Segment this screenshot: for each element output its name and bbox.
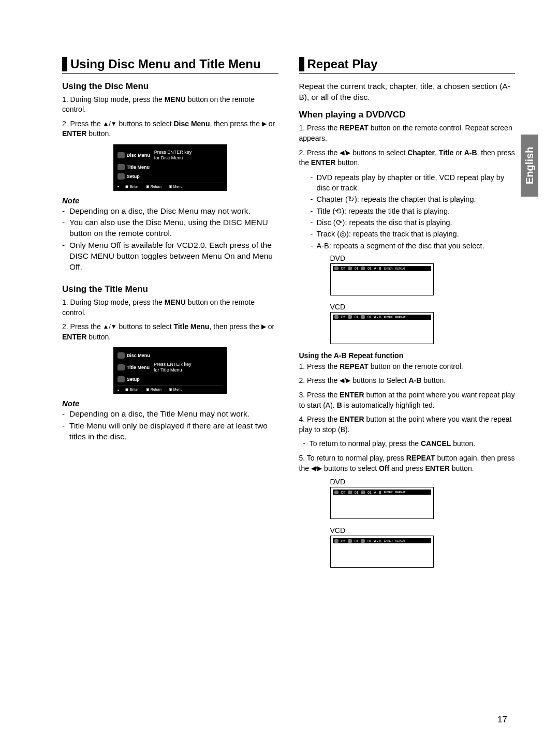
text: A - B: [374, 315, 381, 319]
osd-row: Setup: [117, 173, 223, 180]
repeat-strip-dvd-2: DVD Off 01 01 A - B ENTER REPEAT: [330, 478, 434, 519]
text: 2. Press the: [299, 149, 340, 157]
section-underline: [299, 73, 516, 74]
text: button.: [451, 439, 475, 448]
text-bold: CANCEL: [421, 439, 451, 448]
text-bold: B: [337, 401, 342, 409]
osd-footer: ▪▫▪ ▣ Enter ▣ Return ▣ Menu: [117, 183, 223, 189]
title-step-2: 2. Press the ▲/▼ buttons to select Title…: [62, 322, 278, 342]
text: 1. Press the: [299, 362, 340, 370]
osd-screenshot-disc: Disc Menu Press ENTER key for Disc Menu …: [113, 144, 227, 191]
subheading-ab-repeat: Using the A-B Repeat function: [299, 351, 516, 360]
left-right-icon: ◀/▶: [311, 464, 322, 473]
sub-item: Title (⟲): repeats the title that is pla…: [311, 206, 516, 216]
osd-row: Setup: [117, 376, 223, 382]
text: buttons to select: [117, 120, 174, 128]
disc-icon: [117, 352, 125, 359]
section-underline: [62, 73, 278, 74]
intro-text: Repeat the current track, chapter, title…: [299, 81, 516, 103]
section-title-disc-title-menu: Using Disc Menu and Title Menu: [62, 57, 278, 71]
text: 01: [367, 491, 371, 494]
text: or: [266, 322, 274, 331]
text: button.: [421, 376, 446, 384]
left-right-icon: ◀/▶: [340, 149, 350, 157]
text: 1. During Stop mode, press the: [62, 298, 165, 306]
text: A - B: [374, 539, 381, 543]
nav-dots-icon: ▪▫▪: [117, 388, 118, 392]
repeat-icon: [334, 315, 339, 319]
title-icon: [117, 364, 125, 370]
osd-item: Title Menu: [127, 165, 150, 170]
section-title-repeat-play: Repeat Play: [299, 57, 516, 71]
sub-item: DVD repeats play by chapter or title, VC…: [311, 172, 516, 194]
text: A - B: [374, 491, 381, 494]
repeat-icon: [334, 491, 339, 494]
strip-box: Off 01 01 A - B ENTER REPEAT: [330, 536, 434, 568]
text: 5. To return to normal play, press: [299, 454, 406, 462]
text: REPEAT: [395, 491, 406, 494]
text: A - B: [374, 266, 381, 270]
text: or: [267, 120, 275, 128]
osd-footer-enter: ▣ Enter: [125, 185, 139, 189]
text: for Title Menu: [154, 367, 182, 373]
text-bold: ENTER: [62, 129, 86, 138]
text: REPEAT: [395, 267, 406, 270]
text: Chapter (: [317, 195, 348, 203]
chapter-icon: [348, 491, 352, 494]
text-bold: REPEAT: [340, 124, 369, 132]
text: or: [453, 149, 464, 157]
text: 01: [355, 266, 358, 270]
text: 2. Press the: [62, 120, 103, 128]
osd-row: Title Menu Press ENTER key for Title Men…: [117, 362, 223, 373]
text-bold: ENTER: [340, 415, 364, 423]
text: ): repeats the track that is playing.: [346, 230, 459, 238]
text: ENTER: [384, 491, 393, 494]
note-item: Title Menu will only be displayed if the…: [62, 421, 278, 442]
two-column-layout: Using Disc Menu and Title Menu Using the…: [62, 57, 515, 575]
text-bold: REPEAT: [340, 362, 369, 370]
text: 4. Press the: [299, 415, 340, 423]
ab-step-1: 1. Press the REPEAT button on the remote…: [299, 362, 516, 372]
text: Press ENTER key: [154, 150, 192, 155]
text: ENTER: [384, 316, 393, 319]
ab-step-4: 4. Press the ENTER button at the point w…: [299, 414, 516, 435]
disc-step-1: 1. During Stop mode, press the MENU butt…: [62, 95, 278, 115]
osd-footer-return: ▣ Return: [146, 185, 161, 189]
note-label: Note: [62, 196, 278, 205]
ab-step-3: 3. Press the ENTER button at the point w…: [299, 390, 516, 410]
osd-footer-menu: ▣ Menu: [169, 185, 182, 189]
text: 2. Press the: [299, 376, 340, 384]
text: 01: [355, 491, 358, 494]
up-down-icon: ▲/▼: [103, 322, 117, 331]
subheading-title-menu: Using the Title Menu: [62, 284, 278, 294]
chapter-icon: [348, 266, 352, 270]
disc-icon: [361, 539, 365, 543]
osd-footer-return: ▣ Return: [146, 388, 161, 392]
text: Title (: [317, 207, 335, 215]
text-bold: ENTER: [340, 391, 364, 399]
text: 01: [367, 539, 371, 543]
gear-icon: [117, 376, 125, 382]
track-repeat-icon: ◎: [340, 230, 346, 238]
sub-item: Chapter (↻): repeats the chapter that is…: [311, 194, 516, 204]
track-icon: [348, 315, 352, 319]
note-item: Only Menu Off is available for VCD2.0. E…: [62, 240, 278, 273]
sub-item: Track (◎): repeats the track that is pla…: [311, 229, 516, 239]
osd-row: Title Menu: [117, 164, 223, 170]
text-bold: Chapter: [407, 149, 435, 157]
text-bold: Title: [439, 149, 454, 157]
text: 1. Press the: [299, 124, 340, 132]
sub-item: Disc (⟳): repeats the disc that is playi…: [311, 217, 516, 228]
up-down-icon: ▲/▼: [103, 120, 117, 128]
text: and press: [389, 464, 425, 472]
text-bold: Disc Menu: [173, 120, 210, 128]
text: button on the remote control.: [369, 362, 463, 370]
text: button.: [86, 333, 111, 341]
text: ): repeats the chapter that is playing.: [355, 195, 476, 203]
text: REPEAT: [395, 316, 406, 319]
ab-step-5: 5. To return to normal play, press REPEA…: [299, 453, 516, 473]
page-number: 17: [497, 715, 507, 725]
language-tab: English: [521, 135, 538, 197]
osd-hint: Press ENTER key for Disc Menu: [154, 150, 192, 161]
text-bold: ENTER: [425, 464, 449, 472]
